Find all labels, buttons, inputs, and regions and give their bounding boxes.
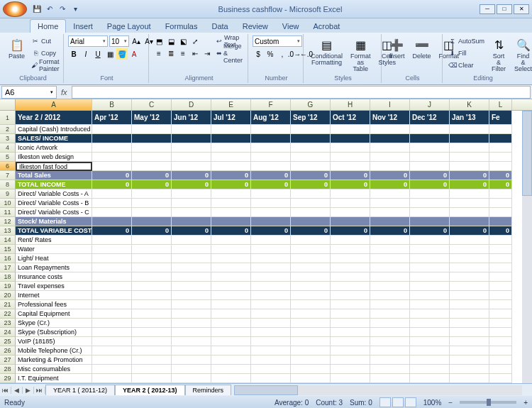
clear-button[interactable]: ⌫Clear [447, 60, 486, 71]
cell[interactable]: Professional fees [16, 300, 92, 309]
cell[interactable] [251, 319, 291, 328]
cell[interactable] [489, 355, 512, 365]
cell[interactable] [331, 309, 370, 319]
cell[interactable] [291, 134, 331, 143]
cell[interactable] [92, 374, 132, 383]
cell[interactable] [489, 236, 512, 245]
cell[interactable] [92, 153, 132, 162]
cell[interactable] [132, 217, 172, 226]
cell[interactable] [92, 328, 132, 337]
italic-button[interactable]: I [80, 48, 92, 60]
insert-cells-button[interactable]: ➕Insert [386, 35, 408, 61]
zoom-level[interactable]: 100% [423, 399, 442, 407]
row-header[interactable]: 26 [0, 346, 16, 355]
cell[interactable]: Direct/ Variable Costs - C [16, 208, 92, 217]
inc-decimal-icon[interactable]: .0→ [289, 48, 300, 60]
cell[interactable] [172, 254, 211, 263]
cell[interactable] [211, 291, 251, 300]
cell[interactable] [211, 328, 251, 337]
cell[interactable] [370, 328, 410, 337]
cell[interactable] [370, 319, 410, 328]
cell[interactable] [291, 374, 331, 383]
cell[interactable] [172, 346, 211, 355]
tab-home[interactable]: Home [30, 19, 66, 33]
cell[interactable]: Skype (Subscription) [16, 328, 92, 337]
cell[interactable] [489, 217, 512, 226]
cell[interactable] [132, 153, 172, 162]
tab-data[interactable]: Data [204, 20, 235, 33]
cell[interactable] [370, 236, 410, 245]
cut-button[interactable]: ✂Cut [30, 35, 63, 47]
cell[interactable]: 0 [92, 171, 132, 180]
cell[interactable] [450, 291, 489, 300]
cell[interactable] [251, 162, 291, 171]
column-header-A[interactable]: A [16, 99, 92, 110]
format-painter-button[interactable]: 🖌Format Painter [30, 60, 63, 71]
cell[interactable] [410, 319, 450, 328]
cell[interactable] [410, 134, 450, 143]
cell[interactable] [489, 263, 512, 272]
cell[interactable]: Jul '12 [211, 111, 251, 125]
cell[interactable] [450, 300, 489, 309]
cell[interactable] [211, 162, 251, 171]
sheet-tab[interactable]: YEAR 1 ( 2011-12) [45, 385, 115, 395]
cell[interactable]: SALES/ INCOME [16, 134, 92, 143]
cell[interactable] [172, 245, 211, 254]
row-header[interactable]: 4 [0, 143, 16, 153]
cell[interactable]: Skype (Cr.) [16, 319, 92, 328]
bold-button[interactable]: B [68, 48, 79, 60]
cell[interactable] [410, 291, 450, 300]
cell[interactable] [331, 245, 370, 254]
cell[interactable] [291, 328, 331, 337]
cell[interactable]: Total Sales [16, 171, 92, 180]
sort-filter-button[interactable]: ⇅Sort & Filter [488, 35, 509, 74]
cell[interactable] [251, 328, 291, 337]
cell[interactable] [211, 300, 251, 309]
column-header-E[interactable]: E [211, 99, 251, 110]
align-left-icon[interactable]: ≡ [153, 48, 165, 59]
row-header[interactable]: 22 [0, 309, 16, 319]
cell[interactable] [450, 125, 489, 134]
cell[interactable] [132, 245, 172, 254]
tab-review[interactable]: Review [235, 20, 275, 33]
cell[interactable] [132, 337, 172, 346]
cell[interactable] [410, 337, 450, 346]
cell[interactable] [370, 365, 410, 374]
cell[interactable]: 0 [251, 226, 291, 236]
row-header[interactable]: 1 [0, 111, 16, 125]
cell[interactable] [211, 355, 251, 365]
row-header[interactable]: 17 [0, 263, 16, 272]
cell[interactable] [132, 272, 172, 282]
cell[interactable] [331, 282, 370, 291]
cell[interactable] [172, 337, 211, 346]
format-as-table-button[interactable]: ▦Format as Table [348, 35, 374, 74]
cell[interactable] [331, 217, 370, 226]
cell[interactable]: TOTAL VARIABLE COSTS [16, 226, 92, 236]
cell[interactable]: Internet [16, 291, 92, 300]
cell[interactable] [331, 346, 370, 355]
horizontal-scrollbar[interactable] [234, 385, 522, 395]
sheet-nav-first-icon[interactable]: ⏮ [0, 387, 11, 394]
cell[interactable]: 0 [489, 171, 512, 180]
zoom-in-icon[interactable]: + [523, 399, 528, 407]
cell[interactable] [331, 355, 370, 365]
cell[interactable] [211, 199, 251, 208]
cell[interactable] [489, 153, 512, 162]
cell[interactable] [410, 374, 450, 383]
cell[interactable] [450, 272, 489, 282]
office-button[interactable] [3, 1, 27, 17]
cell[interactable] [370, 309, 410, 319]
cell[interactable] [291, 319, 331, 328]
cell[interactable] [489, 328, 512, 337]
cell[interactable] [132, 319, 172, 328]
cell[interactable]: 0 [291, 171, 331, 180]
cell[interactable] [370, 355, 410, 365]
cell[interactable] [370, 374, 410, 383]
cell[interactable] [450, 346, 489, 355]
cell[interactable] [172, 282, 211, 291]
cell[interactable]: 0 [291, 180, 331, 189]
cell[interactable] [211, 125, 251, 134]
cell[interactable] [291, 245, 331, 254]
cell[interactable] [211, 236, 251, 245]
cell[interactable] [251, 282, 291, 291]
